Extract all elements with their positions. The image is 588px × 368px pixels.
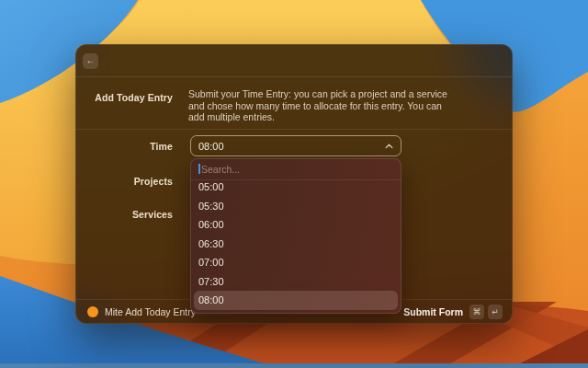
dropdown-option[interactable]: 07:00 (194, 253, 398, 272)
command-key-icon: ⌘ (469, 305, 484, 319)
mite-app-icon (87, 306, 98, 317)
services-field-label: Services (75, 209, 173, 220)
dropdown-option[interactable]: 07:30 (194, 272, 398, 292)
dropdown-option[interactable]: 05:00 (194, 180, 398, 197)
form-title-label: Add Today Entry (75, 92, 173, 103)
time-options-popover: Search... 05:00 05:30 06:00 06:30 07:00 … (190, 158, 401, 314)
form-description: Submit your Time Entry: you can pick a p… (188, 88, 451, 123)
back-arrow-icon: ← (86, 55, 96, 65)
time-field-value: 08:00 (198, 141, 224, 152)
primary-action[interactable]: Submit Form ⌘ ↵ (403, 305, 503, 319)
dropdown-option[interactable]: 06:00 (194, 215, 398, 235)
return-key-icon: ↵ (488, 305, 503, 319)
dropdown-search-input[interactable]: Search... (190, 158, 401, 180)
section-divider (75, 129, 513, 130)
search-placeholder: Search... (201, 164, 240, 175)
raycast-window: ← Add Today Entry Submit your Time Entry… (75, 44, 513, 324)
dropdown-option[interactable]: 05:30 (194, 197, 398, 216)
text-cursor (198, 164, 200, 174)
dropdown-options-list: 05:00 05:30 06:00 06:30 07:00 07:30 08:0… (190, 180, 401, 313)
window-header: ← (75, 44, 513, 77)
submit-form-label: Submit Form (403, 306, 463, 317)
time-dropdown-field[interactable]: 08:00 (190, 135, 401, 156)
dropdown-option-selected[interactable]: 08:00 (194, 291, 398, 310)
chevron-up-icon (385, 144, 393, 149)
command-name: Mite Add Today Entry (105, 306, 196, 317)
dropdown-option[interactable]: 06:30 (194, 235, 398, 254)
projects-field-label: Projects (75, 176, 173, 187)
back-button[interactable]: ← (83, 53, 98, 69)
time-field-label: Time (75, 141, 173, 152)
